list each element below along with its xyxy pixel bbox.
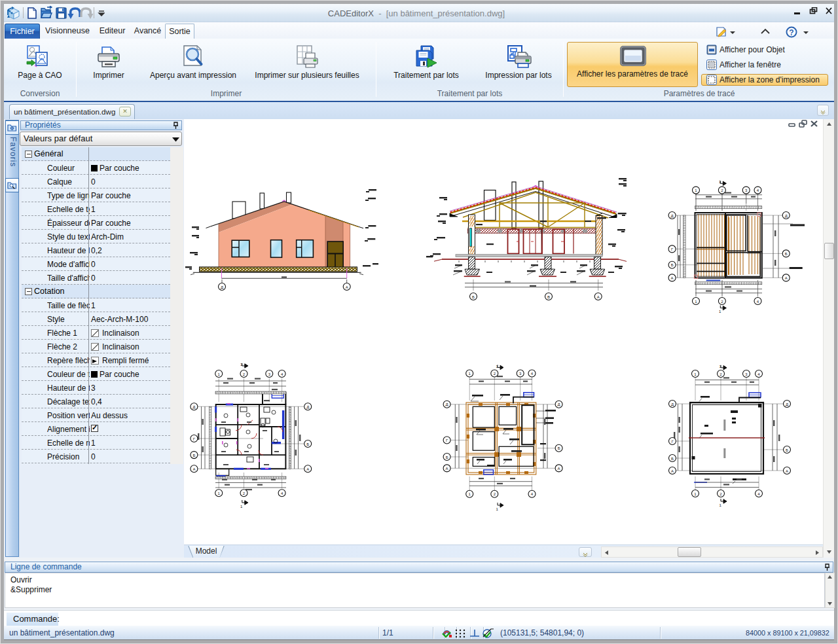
svg-text:Д: Д bbox=[306, 405, 309, 409]
svg-text:Б: Б bbox=[306, 442, 309, 446]
svg-text:А: А bbox=[346, 285, 348, 289]
svg-text:Б: Б bbox=[786, 448, 788, 452]
svg-text:А: А bbox=[597, 295, 600, 299]
svg-text:Д: Д bbox=[446, 402, 448, 406]
svg-text:А: А bbox=[786, 469, 788, 473]
svg-text:Д: Д bbox=[785, 214, 788, 218]
svg-text:Б: Б bbox=[472, 295, 475, 299]
svg-text:Б: Б bbox=[785, 252, 788, 256]
svg-text:Д: Д bbox=[671, 214, 674, 218]
svg-text:А: А bbox=[785, 276, 788, 280]
svg-text:В: В bbox=[547, 295, 550, 299]
svg-text:Д: Д bbox=[671, 402, 674, 406]
svg-text:1: 1 bbox=[719, 310, 721, 313]
svg-text:Д: Д bbox=[558, 402, 560, 406]
svg-text:А: А bbox=[446, 467, 448, 471]
svg-text:?: ? bbox=[789, 28, 793, 37]
svg-text:А: А bbox=[192, 467, 195, 471]
svg-text:А: А bbox=[671, 469, 674, 473]
svg-text:Б: Б bbox=[446, 456, 448, 459]
svg-text:Д: Д bbox=[221, 285, 223, 289]
svg-text:А: А bbox=[671, 276, 674, 280]
svg-text:1: 1 bbox=[240, 505, 243, 509]
svg-text:1: 1 bbox=[496, 507, 499, 511]
svg-text:Д: Д bbox=[192, 405, 195, 409]
svg-text:Б: Б bbox=[558, 446, 560, 450]
svg-text:А: А bbox=[558, 467, 560, 471]
svg-text:1: 1 bbox=[720, 503, 722, 507]
svg-text:Б: Б bbox=[671, 263, 674, 267]
svg-text:Б: Б bbox=[671, 457, 674, 461]
svg-text:Д: Д bbox=[786, 402, 788, 406]
svg-text:А: А bbox=[306, 467, 309, 471]
svg-text:Б: Б bbox=[192, 454, 195, 457]
